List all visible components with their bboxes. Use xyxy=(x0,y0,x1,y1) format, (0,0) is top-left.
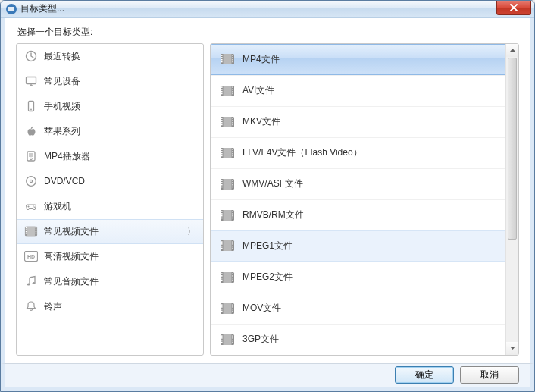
film-icon xyxy=(220,85,235,97)
svg-rect-97 xyxy=(224,272,232,283)
category-label: DVD/VCD xyxy=(44,176,85,187)
film-icon xyxy=(220,147,235,159)
svg-rect-107 xyxy=(224,303,232,314)
category-label: 常见设备 xyxy=(44,75,80,88)
svg-rect-2 xyxy=(27,77,36,84)
category-item[interactable]: HD高清视频文件 xyxy=(17,244,203,269)
window-title: 目标类型... xyxy=(20,2,64,15)
svg-rect-6 xyxy=(29,153,33,157)
svg-rect-63 xyxy=(232,151,233,152)
svg-rect-48 xyxy=(221,118,223,119)
svg-rect-82 xyxy=(232,211,233,212)
category-item[interactable]: 苹果系列 xyxy=(17,119,203,144)
scroll-up-button[interactable] xyxy=(506,44,518,57)
svg-rect-31 xyxy=(221,61,223,63)
apple-icon xyxy=(24,124,38,138)
format-item[interactable]: AVI文件 xyxy=(211,75,505,106)
svg-rect-14 xyxy=(26,227,27,228)
svg-rect-78 xyxy=(221,211,223,212)
svg-rect-98 xyxy=(221,273,223,274)
svg-rect-94 xyxy=(232,246,233,247)
disc-icon xyxy=(24,174,38,188)
svg-rect-74 xyxy=(232,184,233,186)
svg-rect-111 xyxy=(221,310,223,312)
category-label: 常见视频文件 xyxy=(44,225,99,238)
format-list[interactable]: MP4文件AVI文件MKV文件FLV/F4V文件（Flash Video）WMV… xyxy=(211,44,505,355)
category-item[interactable]: 铃声 xyxy=(17,294,203,319)
film-icon xyxy=(220,178,235,190)
svg-rect-124 xyxy=(232,340,233,341)
format-item[interactable]: MPEG2文件 xyxy=(211,262,505,293)
svg-rect-125 xyxy=(232,341,233,343)
category-item[interactable]: 常见视频文件〉 xyxy=(17,219,203,244)
format-item[interactable]: WMV/ASF文件 xyxy=(211,168,505,199)
svg-rect-15 xyxy=(26,230,27,230)
svg-rect-113 xyxy=(232,306,233,308)
svg-rect-72 xyxy=(232,180,233,181)
svg-rect-115 xyxy=(232,310,233,312)
category-item[interactable]: DVD/VCD xyxy=(17,169,203,194)
format-item[interactable]: 3GP文件 xyxy=(211,324,505,355)
svg-rect-20 xyxy=(36,231,36,232)
category-item[interactable]: MP4播放器 xyxy=(17,144,203,169)
format-item[interactable]: MP4文件 xyxy=(211,44,505,75)
svg-rect-100 xyxy=(221,278,223,279)
scroll-thumb[interactable] xyxy=(508,58,517,240)
format-label: MP4文件 xyxy=(242,53,280,66)
film-icon xyxy=(24,224,38,238)
svg-rect-16 xyxy=(26,231,27,232)
category-item[interactable]: 常见设备 xyxy=(17,69,203,94)
format-pane: MP4文件AVI文件MKV文件FLV/F4V文件（Flash Video）WMV… xyxy=(210,43,519,356)
svg-rect-18 xyxy=(36,227,36,228)
format-item[interactable]: MPEG1文件 xyxy=(211,230,505,262)
clock-icon xyxy=(24,49,38,63)
svg-rect-58 xyxy=(221,149,223,150)
svg-rect-61 xyxy=(221,155,223,156)
svg-rect-47 xyxy=(224,117,232,127)
category-item[interactable]: 游戏机 xyxy=(17,194,203,219)
format-item[interactable]: MKV文件 xyxy=(211,106,505,137)
titlebar[interactable]: 目标类型... xyxy=(1,1,534,18)
svg-rect-118 xyxy=(221,335,223,337)
svg-rect-101 xyxy=(221,279,223,281)
svg-rect-41 xyxy=(221,93,223,94)
category-item[interactable]: 常见音频文件 xyxy=(17,269,203,294)
player-icon xyxy=(24,149,38,163)
svg-text:HD: HD xyxy=(27,254,35,259)
svg-rect-40 xyxy=(221,91,223,93)
cancel-button[interactable]: 取消 xyxy=(460,366,519,384)
category-list[interactable]: 最近转换常见设备手机视频苹果系列MP4播放器DVD/VCD游戏机常见视频文件〉H… xyxy=(17,44,203,355)
svg-rect-79 xyxy=(221,213,223,215)
format-label: RMVB/RM文件 xyxy=(242,209,304,221)
music-icon xyxy=(24,274,38,288)
svg-rect-53 xyxy=(232,120,233,121)
svg-rect-119 xyxy=(221,337,223,339)
svg-rect-77 xyxy=(224,210,232,221)
svg-rect-84 xyxy=(232,215,233,217)
svg-rect-114 xyxy=(232,309,233,310)
film-icon xyxy=(220,271,235,284)
category-item[interactable]: 最近转换 xyxy=(17,44,203,69)
svg-rect-19 xyxy=(36,230,36,230)
scrollbar[interactable] xyxy=(505,44,518,355)
svg-rect-33 xyxy=(232,57,233,58)
monitor-icon xyxy=(24,74,38,88)
format-label: MPEG1文件 xyxy=(242,240,293,252)
svg-rect-102 xyxy=(232,273,233,274)
format-item[interactable]: RMVB/RM文件 xyxy=(211,199,505,230)
category-item[interactable]: 手机视频 xyxy=(17,94,203,119)
close-button[interactable] xyxy=(496,1,531,15)
format-item[interactable]: MOV文件 xyxy=(211,293,505,324)
ok-button[interactable]: 确定 xyxy=(395,366,454,384)
svg-rect-88 xyxy=(221,242,223,243)
svg-point-7 xyxy=(30,158,33,160)
svg-rect-117 xyxy=(224,334,232,345)
scroll-down-button[interactable] xyxy=(506,342,518,355)
svg-rect-43 xyxy=(232,89,233,90)
format-label: AVI文件 xyxy=(242,84,274,97)
svg-rect-59 xyxy=(221,151,223,152)
category-label: 手机视频 xyxy=(44,100,80,113)
svg-rect-13 xyxy=(27,227,35,237)
format-item[interactable]: FLV/F4V文件（Flash Video） xyxy=(211,137,505,168)
svg-rect-83 xyxy=(232,213,233,215)
